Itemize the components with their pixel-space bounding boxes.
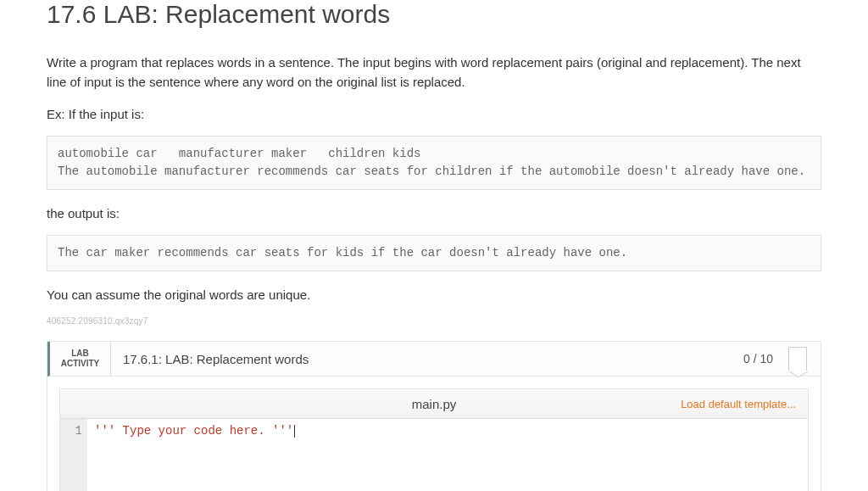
code-line-1: ''' Type your code here. ''': [94, 424, 293, 438]
page: 17.6 LAB: Replacement words Write a prog…: [0, 0, 868, 491]
example-output-block: The car maker recommends car seats for k…: [47, 235, 821, 271]
example-input-label: Ex: If the input is:: [47, 104, 821, 124]
hash-text: 406252.2096310.qx3zqy7: [47, 316, 821, 326]
text-cursor: [294, 425, 295, 438]
badge-line1: LAB: [71, 349, 89, 359]
lab-title: 17.6.1: LAB: Replacement words: [111, 342, 743, 376]
editor-gutter: 1: [60, 419, 87, 491]
lab-activity-badge: LAB ACTIVITY: [50, 342, 111, 376]
lab-score: 0 / 10: [743, 342, 821, 376]
intro-text: Write a program that replaces words in a…: [47, 53, 821, 92]
page-title: 17.6 LAB: Replacement words: [47, 0, 821, 29]
badge-line2: ACTIVITY: [61, 359, 100, 369]
lab-card: LAB ACTIVITY 17.6.1: LAB: Replacement wo…: [47, 341, 821, 491]
output-label: the output is:: [47, 204, 821, 223]
load-default-template-link[interactable]: Load default template...: [681, 398, 796, 410]
code-editor[interactable]: 1 ''' Type your code here. ''': [59, 419, 809, 491]
lab-body: main.py Load default template... 1 ''' T…: [47, 377, 821, 491]
lab-header: LAB ACTIVITY 17.6.1: LAB: Replacement wo…: [47, 342, 821, 377]
editor-code-area[interactable]: ''' Type your code here. ''': [87, 419, 808, 491]
file-header: main.py Load default template...: [59, 388, 809, 419]
example-input-block: automobile car manufacturer maker childr…: [47, 136, 821, 190]
file-name: main.py: [412, 397, 457, 411]
assumption-text: You can assume the original words are un…: [47, 285, 821, 304]
bookmark-icon[interactable]: [788, 347, 807, 371]
line-number: 1: [60, 424, 82, 438]
